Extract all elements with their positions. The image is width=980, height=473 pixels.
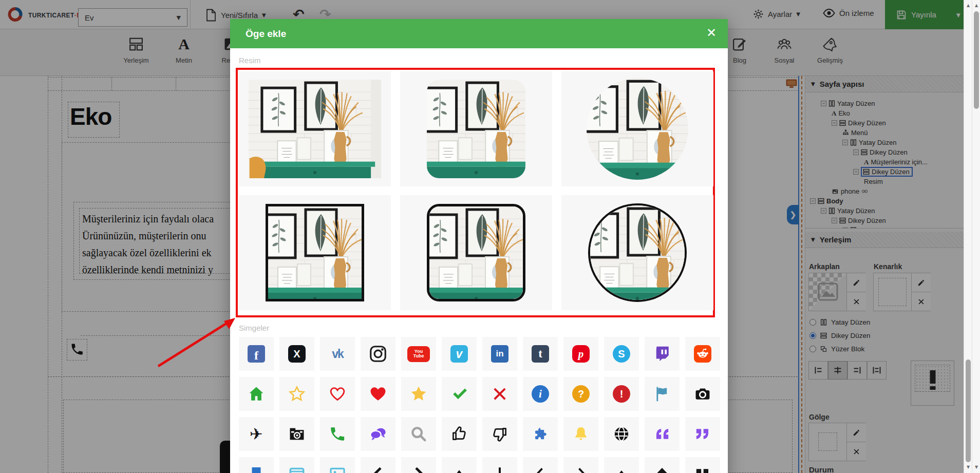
sample-photo	[427, 80, 525, 178]
image-variant-circle[interactable]	[561, 71, 713, 186]
plane-icon[interactable]: ✈	[239, 417, 274, 451]
image-variant-rounded[interactable]	[400, 71, 552, 186]
image-variant-circle-bordered[interactable]	[561, 195, 713, 310]
question-circle-icon[interactable]: ?	[563, 377, 598, 411]
sample-photo	[427, 206, 525, 301]
sample-photo	[266, 206, 364, 301]
quote-right-2-icon[interactable]	[685, 457, 720, 473]
sidebar-scrollbar[interactable]: ▲▼	[964, 0, 972, 473]
image-variant-rectangle[interactable]	[239, 71, 391, 186]
globe-icon[interactable]	[604, 417, 639, 451]
instagram-icon[interactable]	[361, 337, 395, 371]
angle-right-icon[interactable]	[563, 457, 598, 473]
bell-icon[interactable]	[563, 417, 598, 451]
chevron-right-icon[interactable]	[401, 457, 436, 473]
xmark-icon[interactable]	[482, 377, 517, 411]
facebook-icon[interactable]: f	[239, 337, 274, 371]
flag-icon[interactable]	[645, 377, 680, 411]
angles-up-icon[interactable]	[645, 457, 680, 473]
sample-photo	[249, 80, 381, 178]
thumbs-up-icon[interactable]	[442, 417, 477, 451]
thumbs-down-icon[interactable]	[482, 417, 517, 451]
exclamation-circle-icon[interactable]: !	[604, 377, 639, 411]
info-circle-icon[interactable]: i	[523, 377, 558, 411]
puzzle-icon[interactable]	[523, 417, 558, 451]
search-icon[interactable]	[401, 417, 436, 451]
image-variant-rounded-bordered[interactable]	[400, 195, 552, 310]
star-outline-icon[interactable]	[279, 377, 314, 411]
reddit-icon[interactable]	[685, 337, 720, 371]
modal-header: Öge ekle ✕	[230, 19, 728, 48]
page-scrollbar[interactable]: ▲▼	[972, 0, 980, 473]
images-section-label: Resim	[239, 56, 261, 65]
camera-retro-icon[interactable]	[279, 417, 314, 451]
skype-icon[interactable]: S	[604, 337, 639, 371]
twitch-icon[interactable]	[645, 337, 680, 371]
quote-right-icon[interactable]	[685, 417, 720, 451]
photo-icon[interactable]	[320, 457, 355, 473]
quote-left-icon[interactable]	[645, 417, 680, 451]
vk-icon[interactable]: vk	[320, 337, 355, 371]
camera-icon[interactable]	[685, 377, 720, 411]
bookmark-icon[interactable]	[239, 457, 274, 473]
chevron-left-icon[interactable]	[361, 457, 395, 473]
x-twitter-icon[interactable]: X	[279, 337, 314, 371]
pinterest-icon[interactable]: p	[563, 337, 598, 371]
caret-up-icon[interactable]	[442, 457, 477, 473]
check-icon[interactable]	[442, 377, 477, 411]
tumblr-icon[interactable]: t	[523, 337, 558, 371]
app-screenshot: TURKTICARET·NET Ev▼ Yeni/Sıfırla▼ ↶ ↷ Ay…	[0, 0, 980, 473]
vimeo-icon[interactable]: v	[442, 337, 477, 371]
star-icon[interactable]	[401, 377, 436, 411]
icons-section-label: Simgeler	[239, 324, 269, 332]
caret-up-2-icon[interactable]	[604, 457, 639, 473]
heart-icon[interactable]	[361, 377, 395, 411]
window-icon[interactable]	[279, 457, 314, 473]
youtube-icon[interactable]: YouTube	[401, 337, 436, 371]
add-element-modal: Öge ekle ✕ Resim Simgeler fXvkYouTubevin…	[230, 19, 728, 473]
phone-icon[interactable]	[320, 417, 355, 451]
image-variant-rectangle-bordered[interactable]	[239, 195, 391, 310]
heart-outline-icon[interactable]	[320, 377, 355, 411]
angle-left-icon[interactable]	[523, 457, 558, 473]
sample-photo	[588, 205, 687, 302]
comments-icon[interactable]	[361, 417, 395, 451]
close-icon[interactable]: ✕	[706, 26, 717, 40]
modal-title: Öge ekle	[246, 28, 286, 40]
home-icon[interactable]	[239, 377, 274, 411]
linkedin-icon[interactable]: in	[482, 337, 517, 371]
sample-photo	[587, 78, 688, 180]
download-icon[interactable]	[482, 457, 517, 473]
